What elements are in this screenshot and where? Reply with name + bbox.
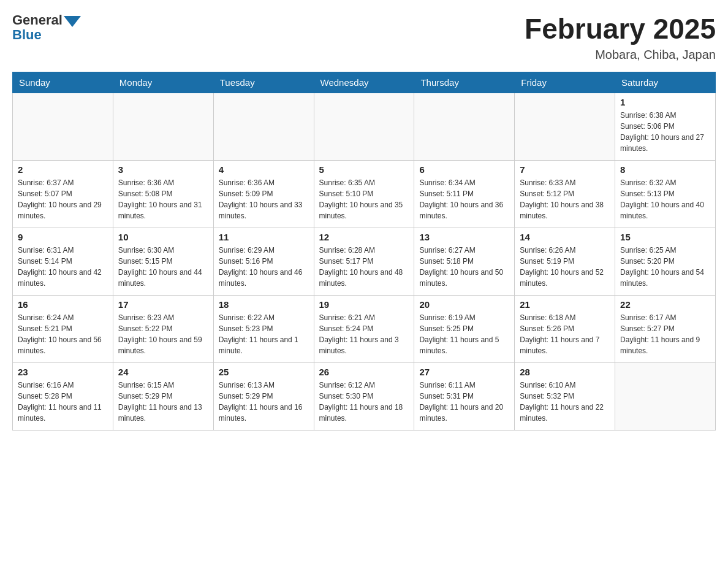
day-info: Sunrise: 6:10 AM Sunset: 5:32 PM Dayligh… bbox=[520, 380, 610, 424]
day-info: Sunrise: 6:17 AM Sunset: 5:27 PM Dayligh… bbox=[620, 312, 710, 356]
logo-general-text: General bbox=[12, 12, 63, 28]
day-info: Sunrise: 6:19 AM Sunset: 5:25 PM Dayligh… bbox=[419, 312, 509, 356]
day-info: Sunrise: 6:32 AM Sunset: 5:13 PM Dayligh… bbox=[620, 177, 710, 221]
calendar-cell: 20Sunrise: 6:19 AM Sunset: 5:25 PM Dayli… bbox=[414, 296, 515, 363]
calendar-cell: 7Sunrise: 6:33 AM Sunset: 5:12 PM Daylig… bbox=[515, 161, 615, 228]
day-info: Sunrise: 6:38 AM Sunset: 5:06 PM Dayligh… bbox=[620, 110, 710, 154]
calendar-cell: 5Sunrise: 6:35 AM Sunset: 5:10 PM Daylig… bbox=[314, 161, 414, 228]
calendar-cell bbox=[414, 93, 515, 161]
day-number: 8 bbox=[620, 164, 710, 175]
calendar-cell: 1Sunrise: 6:38 AM Sunset: 5:06 PM Daylig… bbox=[615, 93, 716, 161]
weekday-header-wednesday: Wednesday bbox=[314, 72, 414, 93]
calendar-cell bbox=[113, 93, 213, 161]
day-number: 12 bbox=[319, 232, 409, 242]
calendar-cell bbox=[13, 93, 113, 161]
logo-arrow-icon bbox=[64, 16, 81, 27]
day-info: Sunrise: 6:25 AM Sunset: 5:20 PM Dayligh… bbox=[620, 245, 710, 289]
day-info: Sunrise: 6:13 AM Sunset: 5:29 PM Dayligh… bbox=[219, 380, 309, 424]
calendar-cell: 14Sunrise: 6:26 AM Sunset: 5:19 PM Dayli… bbox=[515, 228, 615, 296]
calendar-cell: 12Sunrise: 6:28 AM Sunset: 5:17 PM Dayli… bbox=[314, 228, 414, 296]
calendar-cell bbox=[615, 363, 716, 431]
day-number: 1 bbox=[620, 97, 710, 107]
calendar-cell: 11Sunrise: 6:29 AM Sunset: 5:16 PM Dayli… bbox=[213, 228, 314, 296]
day-number: 19 bbox=[319, 299, 409, 310]
calendar-cell: 18Sunrise: 6:22 AM Sunset: 5:23 PM Dayli… bbox=[213, 296, 314, 363]
day-number: 24 bbox=[118, 367, 208, 377]
logo-top: General bbox=[12, 12, 81, 28]
location-text: Mobara, Chiba, Japan bbox=[525, 48, 716, 62]
day-info: Sunrise: 6:15 AM Sunset: 5:29 PM Dayligh… bbox=[118, 380, 208, 424]
day-number: 16 bbox=[18, 299, 108, 310]
day-info: Sunrise: 6:35 AM Sunset: 5:10 PM Dayligh… bbox=[319, 177, 409, 221]
calendar-cell: 26Sunrise: 6:12 AM Sunset: 5:30 PM Dayli… bbox=[314, 363, 414, 431]
weekday-header-sunday: Sunday bbox=[13, 72, 113, 93]
calendar-cell: 24Sunrise: 6:15 AM Sunset: 5:29 PM Dayli… bbox=[113, 363, 213, 431]
day-info: Sunrise: 6:33 AM Sunset: 5:12 PM Dayligh… bbox=[520, 177, 610, 221]
day-number: 25 bbox=[219, 367, 309, 377]
day-number: 13 bbox=[419, 232, 509, 242]
weekday-header-row: SundayMondayTuesdayWednesdayThursdayFrid… bbox=[13, 72, 716, 93]
day-number: 20 bbox=[419, 299, 509, 310]
day-number: 3 bbox=[118, 164, 208, 175]
week-row-5: 23Sunrise: 6:16 AM Sunset: 5:28 PM Dayli… bbox=[13, 363, 716, 431]
day-number: 21 bbox=[520, 299, 610, 310]
calendar-cell: 22Sunrise: 6:17 AM Sunset: 5:27 PM Dayli… bbox=[615, 296, 716, 363]
week-row-3: 9Sunrise: 6:31 AM Sunset: 5:14 PM Daylig… bbox=[13, 228, 716, 296]
day-info: Sunrise: 6:24 AM Sunset: 5:21 PM Dayligh… bbox=[18, 312, 108, 356]
weekday-header-monday: Monday bbox=[113, 72, 213, 93]
day-number: 17 bbox=[118, 299, 208, 310]
month-title: February 2025 bbox=[525, 12, 716, 45]
day-number: 28 bbox=[520, 367, 610, 377]
calendar-cell bbox=[314, 93, 414, 161]
calendar-cell: 27Sunrise: 6:11 AM Sunset: 5:31 PM Dayli… bbox=[414, 363, 515, 431]
day-number: 2 bbox=[18, 164, 108, 175]
title-section: February 2025 Mobara, Chiba, Japan bbox=[525, 12, 716, 62]
weekday-header-friday: Friday bbox=[515, 72, 615, 93]
day-info: Sunrise: 6:27 AM Sunset: 5:18 PM Dayligh… bbox=[419, 245, 509, 289]
calendar-cell: 3Sunrise: 6:36 AM Sunset: 5:08 PM Daylig… bbox=[113, 161, 213, 228]
calendar-cell: 9Sunrise: 6:31 AM Sunset: 5:14 PM Daylig… bbox=[13, 228, 113, 296]
day-info: Sunrise: 6:34 AM Sunset: 5:11 PM Dayligh… bbox=[419, 177, 509, 221]
day-info: Sunrise: 6:23 AM Sunset: 5:22 PM Dayligh… bbox=[118, 312, 208, 356]
calendar-cell bbox=[515, 93, 615, 161]
day-info: Sunrise: 6:22 AM Sunset: 5:23 PM Dayligh… bbox=[219, 312, 309, 356]
week-row-1: 1Sunrise: 6:38 AM Sunset: 5:06 PM Daylig… bbox=[13, 93, 716, 161]
page-header: General Blue February 2025 Mobara, Chiba… bbox=[12, 12, 716, 62]
day-info: Sunrise: 6:28 AM Sunset: 5:17 PM Dayligh… bbox=[319, 245, 409, 289]
calendar-cell: 25Sunrise: 6:13 AM Sunset: 5:29 PM Dayli… bbox=[213, 363, 314, 431]
week-row-4: 16Sunrise: 6:24 AM Sunset: 5:21 PM Dayli… bbox=[13, 296, 716, 363]
calendar-cell: 8Sunrise: 6:32 AM Sunset: 5:13 PM Daylig… bbox=[615, 161, 716, 228]
day-number: 26 bbox=[319, 367, 409, 377]
calendar-cell: 13Sunrise: 6:27 AM Sunset: 5:18 PM Dayli… bbox=[414, 228, 515, 296]
day-info: Sunrise: 6:11 AM Sunset: 5:31 PM Dayligh… bbox=[419, 380, 509, 424]
day-number: 4 bbox=[219, 164, 309, 175]
logo-blue-text: Blue bbox=[12, 27, 42, 43]
day-info: Sunrise: 6:26 AM Sunset: 5:19 PM Dayligh… bbox=[520, 245, 610, 289]
day-number: 14 bbox=[520, 232, 610, 242]
day-number: 6 bbox=[419, 164, 509, 175]
day-number: 27 bbox=[419, 367, 509, 377]
day-number: 11 bbox=[219, 232, 309, 242]
day-number: 9 bbox=[18, 232, 108, 242]
calendar-cell: 2Sunrise: 6:37 AM Sunset: 5:07 PM Daylig… bbox=[13, 161, 113, 228]
day-info: Sunrise: 6:37 AM Sunset: 5:07 PM Dayligh… bbox=[18, 177, 108, 221]
calendar-cell: 21Sunrise: 6:18 AM Sunset: 5:26 PM Dayli… bbox=[515, 296, 615, 363]
calendar-cell: 23Sunrise: 6:16 AM Sunset: 5:28 PM Dayli… bbox=[13, 363, 113, 431]
day-info: Sunrise: 6:29 AM Sunset: 5:16 PM Dayligh… bbox=[219, 245, 309, 289]
day-number: 22 bbox=[620, 299, 710, 310]
day-info: Sunrise: 6:12 AM Sunset: 5:30 PM Dayligh… bbox=[319, 380, 409, 424]
day-number: 18 bbox=[219, 299, 309, 310]
calendar-cell: 17Sunrise: 6:23 AM Sunset: 5:22 PM Dayli… bbox=[113, 296, 213, 363]
day-info: Sunrise: 6:31 AM Sunset: 5:14 PM Dayligh… bbox=[18, 245, 108, 289]
calendar-cell bbox=[213, 93, 314, 161]
calendar-cell: 28Sunrise: 6:10 AM Sunset: 5:32 PM Dayli… bbox=[515, 363, 615, 431]
day-info: Sunrise: 6:16 AM Sunset: 5:28 PM Dayligh… bbox=[18, 380, 108, 424]
calendar-cell: 4Sunrise: 6:36 AM Sunset: 5:09 PM Daylig… bbox=[213, 161, 314, 228]
week-row-2: 2Sunrise: 6:37 AM Sunset: 5:07 PM Daylig… bbox=[13, 161, 716, 228]
weekday-header-thursday: Thursday bbox=[414, 72, 515, 93]
day-number: 5 bbox=[319, 164, 409, 175]
calendar-cell: 19Sunrise: 6:21 AM Sunset: 5:24 PM Dayli… bbox=[314, 296, 414, 363]
day-number: 23 bbox=[18, 367, 108, 377]
day-number: 10 bbox=[118, 232, 208, 242]
logo: General Blue bbox=[12, 12, 81, 43]
